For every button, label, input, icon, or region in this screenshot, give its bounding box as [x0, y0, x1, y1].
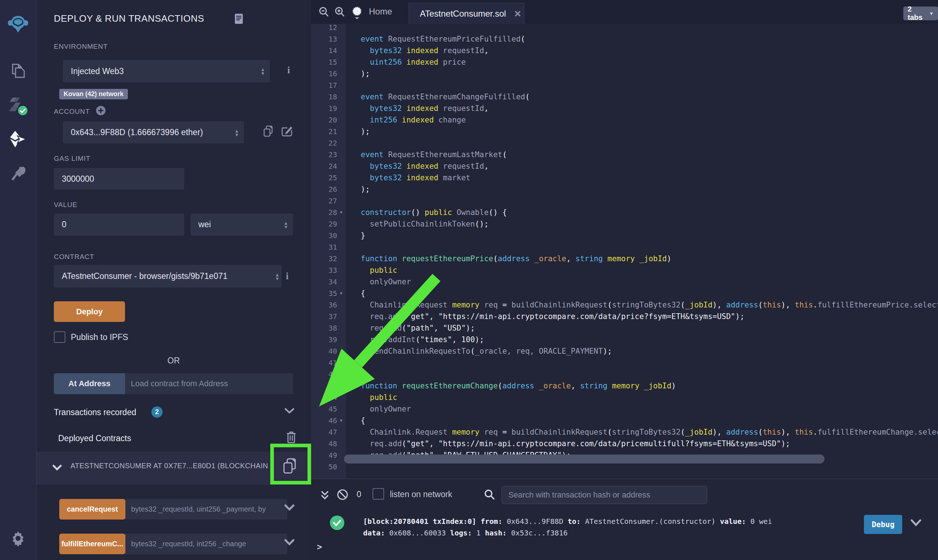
code-line[interactable]: 41} — [311, 357, 938, 369]
code-line[interactable]: 42 — [311, 369, 938, 380]
code-line[interactable]: 17 — [311, 80, 938, 91]
transactions-chevron-icon[interactable] — [284, 408, 294, 415]
code-line[interactable]: 43function requestEthereumChange(address… — [311, 380, 938, 392]
home-tab-label[interactable]: Home — [369, 6, 392, 17]
panel-title: DEPLOY & RUN TRANSACTIONS — [54, 13, 204, 24]
cancel-request-params[interactable]: bytes32 _requestId, uint256 _payment, by — [125, 499, 287, 520]
code-line[interactable]: 48req.add("get", "https://min-api.crypto… — [311, 438, 938, 449]
code-line[interactable]: 24bytes32 indexed requestId, — [311, 160, 938, 172]
active-tab[interactable]: ATestnetConsumer.sol ✕ — [409, 3, 524, 24]
code-line[interactable]: 23event RequestEthereumLastMarket( — [311, 149, 938, 160]
terminal-search-input[interactable]: Search with transaction hash or address — [501, 486, 707, 504]
code-line[interactable]: 31 — [311, 242, 938, 253]
code-line[interactable]: 28▾constructor() public Ownable() { — [311, 207, 938, 218]
contract-info-icon[interactable]: i — [286, 270, 289, 282]
remix-logo-icon[interactable] — [0, 14, 36, 35]
copy-account-icon[interactable] — [263, 125, 274, 138]
terminal-search-placeholder: Search with transaction hash or address — [502, 490, 650, 500]
account-select[interactable]: 0x643...9F88D (1.666673996 ether) ▴▾ — [63, 122, 244, 143]
terminal-panel: 0 listen on network Search with transact… — [311, 479, 938, 560]
horizontal-scrollbar[interactable] — [344, 454, 824, 463]
home-tab-icon[interactable] — [350, 5, 364, 20]
expand-terminal-icon[interactable] — [320, 489, 330, 501]
fold-marker-icon[interactable]: ▾ — [340, 207, 343, 218]
code-line[interactable]: 38req.add("path", "USD"); — [311, 322, 938, 334]
publish-ipfs-checkbox[interactable] — [54, 331, 65, 343]
code-line[interactable]: 33public — [311, 265, 938, 276]
environment-select[interactable]: Injected Web3 ▴▾ — [63, 60, 270, 82]
code-line[interactable]: 39req.addInt("times", 100); — [311, 334, 938, 345]
deploy-button[interactable]: Deploy — [54, 301, 125, 322]
trash-icon[interactable] — [286, 431, 297, 444]
zoom-in-icon[interactable] — [334, 6, 345, 18]
fn2-expand-chevron-icon[interactable] — [284, 539, 294, 546]
code-line[interactable]: 13event RequestEthereumPriceFulfilled( — [311, 33, 938, 45]
tabs-count-dropdown[interactable]: 2 tabs ▼ — [903, 6, 938, 20]
tx-log-line-1[interactable]: [block:20780401 txIndex:0] from: 0x643..… — [363, 516, 772, 527]
clear-console-icon[interactable] — [337, 488, 349, 501]
unit-select[interactable]: wei ▴▾ — [191, 214, 293, 235]
select-carets-icon: ▴▾ — [235, 129, 238, 137]
code-line[interactable]: 35▾{ — [311, 288, 938, 299]
fold-marker-icon[interactable]: ▾ — [340, 288, 343, 299]
code-line[interactable]: 44public — [311, 392, 938, 403]
code-line[interactable]: 37req.add("get", "https://min-api.crypto… — [311, 311, 938, 322]
code-line[interactable]: 46▾{ — [311, 415, 938, 426]
tx-log-line-2[interactable]: data: 0x608...60033 logs: 1 hash: 0x53c.… — [363, 528, 567, 539]
solidity-compiler-icon[interactable] — [0, 95, 36, 117]
transactions-recorded-label: Transactions recorded — [54, 408, 136, 417]
doc-icon[interactable] — [235, 13, 243, 25]
fulfill-ethereum-change-button[interactable]: fulfillEthereumC... — [59, 534, 125, 554]
environment-info-icon[interactable]: i — [287, 64, 290, 76]
code-line[interactable]: 26); — [311, 183, 938, 195]
code-line[interactable]: 34onlyOwner — [311, 276, 938, 288]
code-line[interactable]: 27 — [311, 195, 938, 207]
tabs-count-label: 2 tabs — [908, 5, 926, 22]
copy-contract-address-icon[interactable] — [282, 457, 297, 475]
code-line[interactable]: 20int256 indexed change — [311, 114, 938, 126]
settings-gear-icon[interactable] — [0, 530, 36, 546]
edit-account-icon[interactable] — [281, 125, 293, 137]
code-line[interactable]: 14bytes32 indexed requestId, — [311, 45, 938, 56]
cancel-request-button[interactable]: cancelRequest — [59, 499, 125, 520]
gas-limit-input[interactable]: 3000000 — [54, 168, 184, 190]
code-line[interactable]: 16); — [311, 68, 938, 80]
value-input[interactable]: 0 — [54, 214, 184, 235]
zoom-out-icon[interactable] — [318, 6, 329, 18]
plugin-manager-icon[interactable] — [0, 165, 36, 183]
code-line[interactable]: 21); — [311, 126, 938, 137]
deploy-and-run-icon[interactable] — [0, 129, 36, 149]
contract-select[interactable]: ATestnetConsumer - browser/gists/9b71e07… — [54, 265, 281, 288]
fn1-expand-chevron-icon[interactable] — [284, 505, 294, 512]
code-editor[interactable]: 1213event RequestEthereumPriceFulfilled(… — [311, 24, 938, 479]
code-line[interactable]: 22 — [311, 137, 938, 149]
code-line[interactable]: 32function requestEthereumPrice(address … — [311, 253, 938, 265]
code-line[interactable]: 30} — [311, 230, 938, 242]
deployed-contract-row[interactable]: ATESTNETCONSUMER AT 0X7E7...E80D1 (BLOCK… — [37, 452, 311, 485]
log-collapse-chevron-icon[interactable] — [910, 519, 922, 528]
listen-network-checkbox[interactable] — [372, 488, 384, 500]
code-line[interactable]: 25bytes32 indexed market — [311, 172, 938, 183]
code-line[interactable]: 36Chainlink.Request memory req = buildCh… — [311, 299, 938, 311]
code-line[interactable]: 40sendChainlinkRequestTo(_oracle, req, O… — [311, 345, 938, 357]
terminal-prompt[interactable]: > — [317, 542, 322, 553]
fulfill-ethereum-change-params[interactable]: bytes32 _requestId, int256 _change — [125, 534, 287, 554]
debug-button[interactable]: Debug — [864, 515, 902, 534]
code-line[interactable]: 29setPublicChainlinkToken(); — [311, 218, 938, 230]
add-account-icon[interactable] — [96, 106, 106, 115]
transactions-count-badge: 2 — [151, 406, 163, 418]
code-line[interactable]: 47Chainlink.Request memory req = buildCh… — [311, 426, 938, 438]
contract-value: ATestnetConsumer - browser/gists/9b71e07… — [54, 271, 276, 281]
at-address-input[interactable]: Load contract from Address — [125, 373, 293, 394]
contract-expand-chevron-icon[interactable] — [52, 465, 62, 471]
at-address-button[interactable]: At Address — [54, 373, 125, 394]
code-line[interactable]: 15uint256 indexed price — [311, 56, 938, 68]
code-line[interactable]: 19bytes32 indexed requestId, — [311, 103, 938, 114]
code-line[interactable]: 45onlyOwner — [311, 403, 938, 415]
code-line[interactable]: 12 — [311, 24, 938, 33]
close-tab-icon[interactable]: ✕ — [514, 9, 521, 19]
file-explorer-icon[interactable] — [0, 62, 36, 80]
select-carets-icon: ▴▾ — [284, 221, 287, 229]
code-line[interactable]: 18event RequestEthereumChangeFulfilled( — [311, 91, 938, 103]
fold-marker-icon[interactable]: ▾ — [340, 415, 343, 426]
